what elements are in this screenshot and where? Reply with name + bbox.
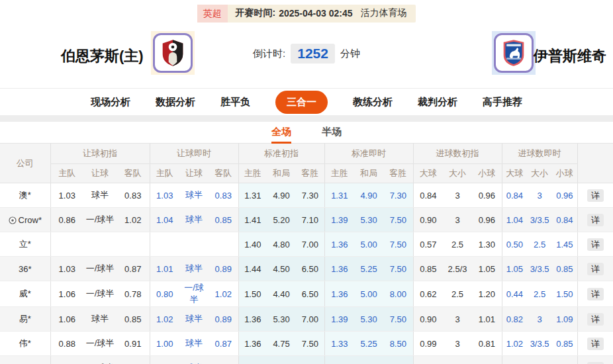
odds-cell: 1.45 <box>552 232 577 257</box>
odds-cell: 0.85 <box>413 257 443 281</box>
odds-cell: 4.90 <box>354 183 383 208</box>
sub-header: 主胜 <box>238 164 267 183</box>
company-name: 澳* <box>19 190 31 200</box>
odds-cell: 1.30 <box>472 232 502 257</box>
odds-cell: 3/3.5 <box>527 332 552 356</box>
sub-header: 客队 <box>117 164 150 183</box>
nav-tab-three-in-one[interactable]: 三合一 <box>275 91 328 114</box>
nav-tab-expert-picks[interactable]: 高手推荐 <box>483 96 522 109</box>
group-header-5: 进球数即时 <box>502 144 577 164</box>
table-row: Crow*0.86一/球半1.021.04球半0.851.415.207.101… <box>0 208 613 232</box>
odds-cell: 7.50 <box>383 257 413 281</box>
odds-cell: 4.80 <box>267 232 296 257</box>
odds-cell: 一/球半 <box>83 257 117 281</box>
table-row: 澳*1.03球半0.831.03球半0.831.314.907.301.314.… <box>0 183 613 208</box>
odds-cell: 2.5 <box>527 281 552 307</box>
detail-button[interactable]: 详 <box>587 288 604 300</box>
odds-cell: 球半 <box>179 208 209 232</box>
league-badge: 英超 <box>197 5 228 23</box>
odds-cell: 球半 <box>179 183 209 208</box>
odds-cell: 1.01 <box>472 307 502 332</box>
detail-button[interactable]: 详 <box>587 313 604 326</box>
detail-cell: 详 <box>577 208 613 232</box>
odds-cell: 5.25 <box>354 332 383 356</box>
company-column-header: 公司 <box>0 144 50 183</box>
company-name: 威* <box>19 289 31 298</box>
odds-cell: 0.89 <box>209 307 238 332</box>
odds-cell: 3 <box>527 183 552 208</box>
nav-tab-win-draw-loss[interactable]: 胜平负 <box>220 96 250 109</box>
odds-cell: 3 <box>443 208 472 232</box>
table-row: 易*1.06球半0.851.02球半0.891.365.307.001.395.… <box>0 307 613 332</box>
kickoff-label: 开赛时间: <box>236 7 276 19</box>
odds-cell: 0.85 <box>209 208 238 232</box>
odds-cell: 1.41 <box>238 208 267 232</box>
odds-cell: 球半 <box>83 183 117 208</box>
odds-cell: 3 <box>443 307 472 332</box>
odds-cell: 4.65 <box>267 356 296 364</box>
venue-name: 活力体育场 <box>360 7 406 19</box>
away-team-logo <box>492 31 536 75</box>
odds-cell: 4.75 <box>267 332 296 356</box>
odds-cell <box>117 232 150 257</box>
odds-cell: 一/球半 <box>179 281 209 307</box>
odds-cell: 0.87 <box>117 257 150 281</box>
group-header-4: 进球数初指 <box>413 144 502 164</box>
odds-cell: 7.60 <box>383 356 413 364</box>
nav-tab-data-analysis[interactable]: 数据分析 <box>156 96 195 109</box>
sub-header: 大小 <box>443 164 472 183</box>
group-header-0: 让球初指 <box>50 144 150 164</box>
company-cell: 立* <box>0 232 50 257</box>
odds-cell: 1.39 <box>324 307 354 332</box>
nav-tab-coach-analysis[interactable]: 教练分析 <box>353 96 393 109</box>
odds-cell: 1.02 <box>502 356 527 364</box>
odds-cell: 5.30 <box>354 208 383 232</box>
company-cell: 36* <box>0 257 50 281</box>
odds-cell: 6.50 <box>296 257 324 281</box>
odds-cell: 5.20 <box>267 208 296 232</box>
detail-cell: 详 <box>577 183 613 208</box>
detail-button[interactable]: 详 <box>587 214 604 226</box>
table-row: 伟*0.88一/球半0.911.00球半0.871.364.757.501.33… <box>0 332 613 356</box>
period-tab-half-time[interactable]: 半场 <box>322 126 342 142</box>
detail-button[interactable]: 详 <box>587 263 604 275</box>
odds-cell: 0.44 <box>502 281 527 307</box>
odds-cell: 4.90 <box>267 183 296 208</box>
odds-cell: 1.36 <box>324 232 354 257</box>
company-cell: 威* <box>0 281 50 307</box>
match-header: 伯恩茅斯(主) 倒计时: 1252 分钟 伊普斯维奇 <box>0 26 613 88</box>
countdown-label: 倒计时: <box>253 48 285 60</box>
table-row: 36*1.03一/球半0.871.01球半0.891.444.506.501.3… <box>0 257 613 281</box>
odds-cell: 球半 <box>179 307 209 332</box>
company-name: 36* <box>19 264 32 274</box>
odds-cell: 1.05 <box>472 257 502 281</box>
detail-cell: 详 <box>577 356 613 364</box>
odds-comparison-table: 公司让球初指让球即时标准初指标准即时进球数初指进球数即时主队让球客队主队让球客队… <box>0 143 613 364</box>
sub-header: 和局 <box>354 164 383 183</box>
sub-header: 客胜 <box>296 164 324 183</box>
odds-cell: 4.50 <box>267 257 296 281</box>
period-tab-full-time[interactable]: 全场 <box>271 126 291 144</box>
detail-button[interactable]: 详 <box>587 362 604 364</box>
odds-cell: 0.86 <box>50 356 83 364</box>
company-cell: 澳* <box>0 183 50 208</box>
odds-cell: 7.30 <box>296 183 324 208</box>
odds-cell: 1.31 <box>238 183 267 208</box>
odds-cell: 1.20 <box>472 281 502 307</box>
odds-cell: 1.36 <box>324 257 354 281</box>
period-tabs: 全场半场 <box>0 122 613 143</box>
odds-cell: 3 <box>527 307 552 332</box>
odds-cell: 一/球半 <box>83 281 117 307</box>
odds-cell: 1.02 <box>502 332 527 356</box>
detail-button[interactable]: 详 <box>587 238 604 251</box>
detail-button[interactable]: 详 <box>587 338 604 350</box>
odds-cell: 0.90 <box>413 307 443 332</box>
odds-cell: 1.50 <box>552 281 577 307</box>
detail-button[interactable]: 详 <box>587 189 604 202</box>
top-strip: 英超 开赛时间: 2025-04-03 02:45 活力体育场 <box>0 0 613 26</box>
company-cell: Crow* <box>0 208 50 232</box>
nav-tab-live-analysis[interactable]: 现场分析 <box>91 96 130 109</box>
company-name: 易* <box>19 314 31 324</box>
nav-tab-referee-analysis[interactable]: 裁判分析 <box>418 96 457 109</box>
away-team-name: 伊普斯维奇 <box>534 46 606 66</box>
